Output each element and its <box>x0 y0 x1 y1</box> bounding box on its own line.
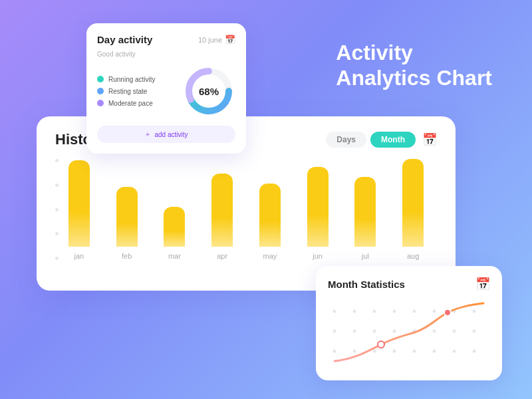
plus-icon: ＋ <box>144 130 151 139</box>
toggle-days-button[interactable]: Days <box>326 132 366 148</box>
day-activity-header: Day activity 10 june 📅 <box>97 34 235 45</box>
bar-group: jul <box>342 159 390 260</box>
bar-label: jan <box>74 252 84 260</box>
bar-group: apr <box>198 159 246 260</box>
svg-point-22 <box>393 350 396 353</box>
svg-point-20 <box>353 350 356 353</box>
bar <box>211 174 233 247</box>
toggle-group: Days Month 📅 <box>326 132 437 148</box>
activity-body: Running activity Resting state Moderate … <box>97 65 235 118</box>
svg-point-24 <box>433 350 436 353</box>
svg-point-12 <box>353 330 356 333</box>
add-activity-button[interactable]: ＋ add activity <box>97 126 235 143</box>
calendar-icon-small: 📅 <box>225 35 235 45</box>
bar-group: jun <box>294 159 342 260</box>
bar-group: aug <box>389 159 437 260</box>
svg-point-28 <box>444 309 451 316</box>
svg-point-21 <box>373 350 376 353</box>
bar <box>68 160 90 247</box>
month-stats-card: Month Statistics 📅 <box>316 266 502 380</box>
page-title: Activity Analytics Chart <box>336 40 492 91</box>
bar <box>402 159 424 247</box>
legend-dot-purple <box>97 100 104 106</box>
bar-label: feb <box>122 252 132 260</box>
title-area: Activity Analytics Chart <box>336 40 492 91</box>
svg-point-17 <box>453 330 456 333</box>
svg-point-23 <box>413 350 416 353</box>
month-stats-title: Month Statistics <box>328 279 405 290</box>
legend: Running activity Resting state Moderate … <box>97 76 176 107</box>
bar-label: may <box>263 252 277 260</box>
donut-chart: 68% <box>182 65 235 118</box>
bar <box>259 184 281 247</box>
day-activity-card: Day activity 10 june 📅 Good activity Run… <box>86 23 246 154</box>
svg-point-8 <box>433 310 436 313</box>
calendar-icon-history[interactable]: 📅 <box>422 132 437 147</box>
good-activity-label: Good activity <box>97 51 235 58</box>
legend-item-running: Running activity <box>97 76 176 83</box>
bar-label: aug <box>407 252 419 260</box>
calendar-icon-monthstats: 📅 <box>475 277 490 291</box>
svg-point-27 <box>378 341 384 348</box>
svg-point-14 <box>393 330 396 333</box>
svg-point-13 <box>373 330 376 333</box>
legend-dot-blue <box>97 88 104 94</box>
svg-point-4 <box>353 310 356 313</box>
bar-label: jun <box>313 252 323 260</box>
svg-point-26 <box>473 350 476 353</box>
svg-point-16 <box>433 330 436 333</box>
bar-label: jul <box>362 252 369 260</box>
bar-group: jan <box>55 159 103 260</box>
svg-point-25 <box>453 350 456 353</box>
svg-point-10 <box>473 310 476 313</box>
bar <box>164 207 185 247</box>
bar <box>116 187 138 247</box>
bar <box>354 177 376 247</box>
toggle-month-button[interactable]: Month <box>370 132 416 148</box>
donut-percentage: 68% <box>199 86 219 97</box>
bar-group: feb <box>103 159 151 260</box>
bar <box>307 167 329 247</box>
bar-group: may <box>246 159 294 260</box>
svg-point-5 <box>373 310 376 313</box>
day-activity-title: Day activity <box>97 34 152 45</box>
bar-label: apr <box>217 252 227 260</box>
svg-point-6 <box>393 310 396 313</box>
svg-point-19 <box>333 350 336 353</box>
day-activity-date: 10 june 📅 <box>198 35 235 45</box>
svg-point-3 <box>333 310 336 313</box>
svg-point-7 <box>413 310 416 313</box>
bar-chart: janfebmaraprmayjunjulaug <box>55 159 437 279</box>
line-chart <box>328 298 490 371</box>
bar-group: mar <box>151 159 199 260</box>
bar-label: mar <box>168 252 181 260</box>
legend-item-resting: Resting state <box>97 88 176 95</box>
svg-point-11 <box>333 330 336 333</box>
svg-point-18 <box>473 330 476 333</box>
legend-dot-teal <box>97 76 104 82</box>
legend-item-moderate: Moderate pace <box>97 100 176 107</box>
month-stats-header: Month Statistics 📅 <box>328 277 490 291</box>
